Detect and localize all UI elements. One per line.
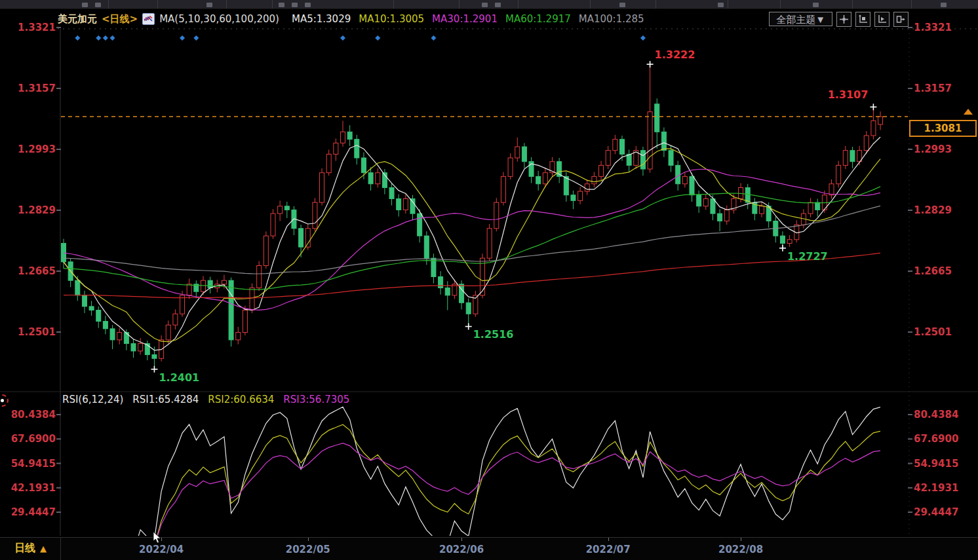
svg-text:54.9415: 54.9415 [914,458,958,470]
svg-text:1.3157: 1.3157 [18,83,56,94]
ma-line [64,169,880,310]
svg-text:54.9415: 54.9415 [11,458,56,470]
charting-app: 美元加元 <日线> MA(5,10,30,60,100,200) MA5:1.3… [0,0,978,560]
date-label: 2022/08 [718,544,763,555]
month-tick [741,538,741,541]
bottom-bar-divider [60,538,61,560]
svg-text:1.2516: 1.2516 [473,328,514,341]
svg-text:80.4384: 80.4384 [914,409,958,420]
svg-text:1.2829: 1.2829 [914,204,952,216]
month-tick [608,538,609,541]
top-toolbar-strip[interactable] [0,0,978,9]
svg-text:1.2501: 1.2501 [914,326,952,338]
svg-text:1.2993: 1.2993 [914,143,952,155]
svg-text:42.1931: 42.1931 [914,482,958,494]
svg-text:29.4447: 29.4447 [914,506,958,518]
svg-text:29.4447: 29.4447 [11,506,56,518]
event-dots [75,35,646,41]
mouse-cursor [153,532,162,546]
svg-text:1.2501: 1.2501 [18,326,56,338]
ma-line [64,149,880,342]
current-price-badge: 1.3081 [909,120,977,137]
toolbar-fragment-icon [82,3,88,7]
period-selector-label: 日线 [14,542,35,555]
svg-text:1.3321: 1.3321 [18,22,56,33]
toolbar-fragment-icon [813,3,819,7]
period-selector-button[interactable]: 日线 ▲ [14,542,47,555]
period-up-triangle-icon: ▲ [40,544,47,553]
date-label: 2022/05 [286,544,330,555]
svg-text:67.6900: 67.6900 [11,433,56,445]
toolbar-fragment-icon [495,3,501,7]
date-label: 2022/07 [586,544,631,555]
rsi-line [71,424,880,537]
svg-text:67.6900: 67.6900 [914,433,958,445]
toolbar-fragment-icon [482,3,488,7]
month-tick [308,538,309,541]
ma-line [64,137,880,350]
toolbar-fragment-icon [279,3,284,7]
timeline-bar: 日线 ▲ 2022/042022/052022/062022/072022/08 [0,537,978,560]
svg-text:1.2665: 1.2665 [18,265,56,277]
rsi-value: RSI2:60.6634 [208,394,274,405]
month-tick [461,538,462,541]
toolbar-fragment-icon [305,3,311,7]
svg-text:1.2665: 1.2665 [914,265,952,277]
svg-text:1.3321: 1.3321 [914,22,952,33]
toolbar-fragment-icon [95,3,101,7]
rsi-header: RSI(6,12,24) RSI1:65.4284RSI2:60.6634RSI… [62,394,359,405]
svg-text:1.3222: 1.3222 [655,48,695,61]
toolbar-fragment-icon [941,3,947,7]
rsi-values: RSI1:65.4284RSI2:60.6634RSI3:56.7305 [132,394,359,405]
rsi-params-label: RSI(6,12,24) [62,394,123,405]
rsi-value: RSI1:65.4284 [132,394,199,405]
svg-text:1.3107: 1.3107 [828,88,869,101]
ma-line [64,253,880,298]
svg-text:1.3157: 1.3157 [914,83,952,94]
svg-text:1.2401: 1.2401 [159,371,199,384]
rsi-value: RSI3:56.7305 [283,394,349,405]
svg-text:1.2829: 1.2829 [18,204,56,216]
main-chart[interactable]: 1.33211.33211.31571.31571.29931.29931.28… [0,20,978,537]
svg-text:1.2993: 1.2993 [18,143,56,155]
toolbar-fragment-icon [718,3,724,7]
date-label: 2022/06 [439,544,484,555]
price-up-arrow-icon [964,109,973,115]
toolbar-fragment-icon [292,3,298,7]
toolbar-fragment-icon [619,3,625,7]
toolbar-fragment-icon [206,3,212,7]
svg-text:80.4384: 80.4384 [11,409,56,420]
rsi-line [71,443,880,537]
svg-text:1.2727: 1.2727 [787,250,828,263]
svg-text:42.1931: 42.1931 [11,482,56,494]
